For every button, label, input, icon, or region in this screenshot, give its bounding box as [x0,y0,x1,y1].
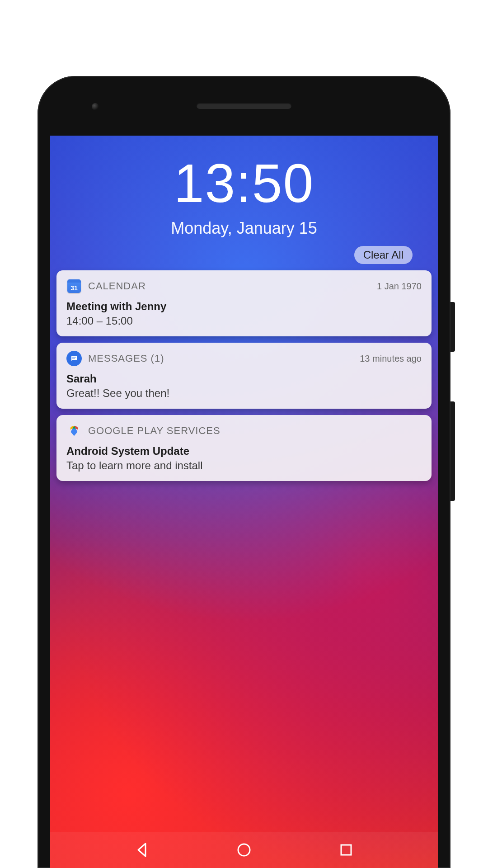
notification-title: Meeting with Jenny [66,300,422,313]
volume-button[interactable] [450,401,455,501]
svg-rect-1 [341,845,351,855]
power-button[interactable] [450,302,455,352]
notification-card[interactable]: MESSAGES (1) 13 minutes ago Sarah Great!… [56,343,432,409]
clock-time: 13:50 [50,155,438,212]
notification-title: Sarah [66,373,422,385]
phone-screen[interactable]: 13:50 Monday, January 15 Clear All 31 CA… [50,136,438,868]
notification-app-name: CALENDAR [88,280,371,292]
svg-point-0 [238,844,250,856]
speaker-grille [197,103,291,109]
notification-timestamp: 13 minutes ago [360,354,422,364]
nav-recent-button[interactable] [336,840,356,860]
navigation-bar [50,832,438,868]
nav-back-button[interactable] [132,840,152,860]
notification-header: GOOGLE PLAY SERVICES [66,423,422,439]
clear-all-row: Clear All [50,238,438,268]
lockscreen-clock: 13:50 Monday, January 15 [50,136,438,238]
notification-list: 31 CALENDAR 1 Jan 1970 Meeting with Jenn… [50,268,438,481]
notification-app-name: MESSAGES (1) [88,353,353,364]
calendar-icon-day: 31 [67,283,81,293]
stage: 13:50 Monday, January 15 Clear All 31 CA… [0,0,488,868]
notification-title: Android System Update [66,445,422,458]
clock-date: Monday, January 15 [50,219,438,238]
notification-body: Tap to learn more and install [66,459,422,472]
notification-body: 14:00 – 15:00 [66,315,422,327]
notification-card[interactable]: 31 CALENDAR 1 Jan 1970 Meeting with Jenn… [56,270,432,336]
phone-frame: 13:50 Monday, January 15 Clear All 31 CA… [38,76,450,868]
messages-icon [66,351,82,366]
clear-all-button[interactable]: Clear All [354,246,413,264]
phone-bezel-top [38,76,450,136]
notification-header: MESSAGES (1) 13 minutes ago [66,351,422,366]
notification-app-name: GOOGLE PLAY SERVICES [88,425,415,437]
calendar-icon: 31 [66,278,82,294]
front-camera [92,103,99,110]
notification-card[interactable]: GOOGLE PLAY SERVICES Android System Upda… [56,415,432,481]
notification-header: 31 CALENDAR 1 Jan 1970 [66,278,422,294]
nav-home-button[interactable] [234,840,254,860]
notification-body: Great!! See you then! [66,387,422,400]
google-play-icon [66,423,82,439]
notification-timestamp: 1 Jan 1970 [377,281,422,292]
